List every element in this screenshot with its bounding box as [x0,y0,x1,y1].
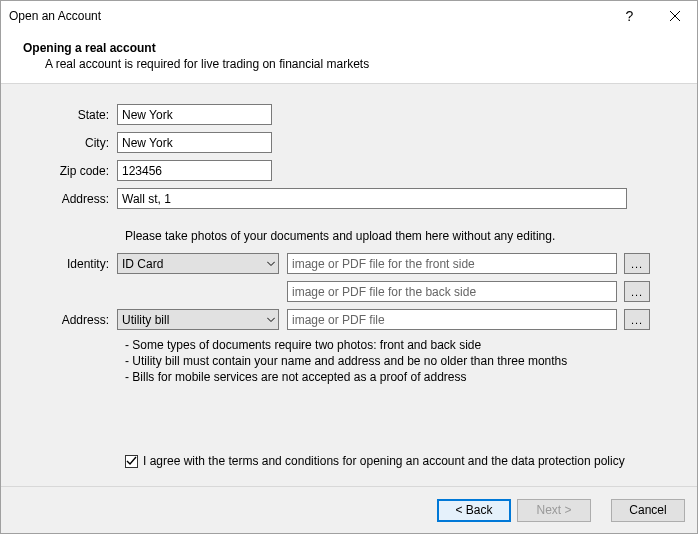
identity-back-browse[interactable]: ... [624,281,650,302]
identity-front-file[interactable]: image or PDF file for the front side [287,253,617,274]
header: Opening a real account A real account is… [1,31,697,83]
header-title: Opening a real account [23,41,683,55]
address-doc-label: Address: [29,313,117,327]
content-area: State: City: Zip code: Address: Please t… [1,83,697,486]
upload-notes: - Some types of documents require two ph… [125,337,669,386]
address-doc-file[interactable]: image or PDF file [287,309,617,330]
footer: < Back Next > Cancel [1,486,697,533]
window-title: Open an Account [9,9,607,23]
address-doc-placeholder: image or PDF file [292,313,385,327]
back-button[interactable]: < Back [437,499,511,522]
close-icon [670,11,680,21]
check-icon [126,456,137,467]
zip-input[interactable] [117,160,272,181]
state-label: State: [29,108,117,122]
address-doc-browse[interactable]: ... [624,309,650,330]
identity-back-file[interactable]: image or PDF file for the back side [287,281,617,302]
upload-instruction: Please take photos of your documents and… [125,229,669,243]
agree-checkbox[interactable] [125,455,138,468]
close-button[interactable] [652,1,697,31]
address-doc-select[interactable]: Utility bill [117,309,279,330]
address-input[interactable] [117,188,627,209]
next-button[interactable]: Next > [517,499,591,522]
address-doc-select-value: Utility bill [122,313,169,327]
identity-front-placeholder: image or PDF file for the front side [292,257,475,271]
identity-select[interactable]: ID Card [117,253,279,274]
note-line: - Utility bill must contain your name an… [125,353,669,369]
help-button[interactable]: ? [607,1,652,31]
dialog-window: Open an Account ? Opening a real account… [0,0,698,534]
cancel-button[interactable]: Cancel [611,499,685,522]
note-line: - Some types of documents require two ph… [125,337,669,353]
titlebar: Open an Account ? [1,1,697,31]
zip-label: Zip code: [29,164,117,178]
note-line: - Bills for mobile services are not acce… [125,369,669,385]
agree-text: I agree with the terms and conditions fo… [143,454,625,468]
city-input[interactable] [117,132,272,153]
identity-label: Identity: [29,257,117,271]
identity-select-value: ID Card [122,257,163,271]
identity-front-browse[interactable]: ... [624,253,650,274]
address-label: Address: [29,192,117,206]
agree-row: I agree with the terms and conditions fo… [125,454,625,468]
city-label: City: [29,136,117,150]
identity-back-placeholder: image or PDF file for the back side [292,285,476,299]
state-input[interactable] [117,104,272,125]
header-subtitle: A real account is required for live trad… [23,57,683,71]
